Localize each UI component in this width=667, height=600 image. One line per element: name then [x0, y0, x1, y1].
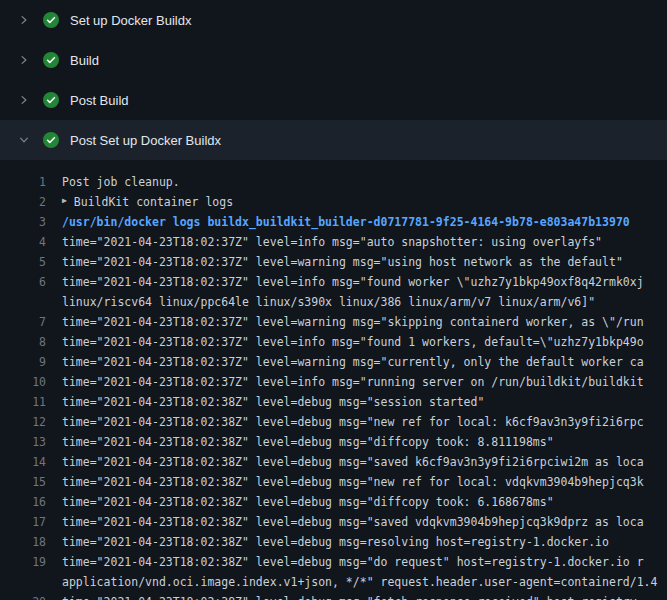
line-number-link[interactable]: 2 — [0, 192, 46, 212]
log-line: 19 time="2021-04-23T18:02:38Z" level=deb… — [0, 552, 667, 572]
line-number-link[interactable]: 15 — [0, 472, 46, 492]
check-circle-icon — [43, 52, 59, 68]
log-line: 8 time="2021-04-23T18:02:37Z" level=info… — [0, 332, 667, 352]
line-number-link[interactable]: 14 — [0, 452, 46, 472]
log-line-text: time="2021-04-23T18:02:37Z" level=info m… — [62, 332, 644, 352]
line-number-link — [0, 572, 46, 592]
chevron-right-icon — [16, 12, 32, 28]
line-number-link[interactable]: 7 — [0, 312, 46, 332]
log-group-title[interactable]: BuildKit container logs — [74, 192, 233, 212]
line-number-link[interactable]: 5 — [0, 252, 46, 272]
log-line-text: time="2021-04-23T18:02:38Z" level=debug … — [62, 432, 554, 452]
log-line-text: time="2021-04-23T18:02:37Z" level=info m… — [62, 372, 644, 392]
line-number-link[interactable]: 4 — [0, 232, 46, 252]
log-line-text: application/vnd.oci.image.index.v1+json,… — [62, 572, 657, 592]
log-line-text: time="2021-04-23T18:02:38Z" level=debug … — [62, 412, 644, 432]
log-line: 3 /usr/bin/docker logs buildx_buildkit_b… — [0, 212, 667, 232]
log-line: 14 time="2021-04-23T18:02:38Z" level=deb… — [0, 452, 667, 472]
log-line-text: time="2021-04-23T18:02:38Z" level=debug … — [62, 392, 484, 412]
log-line-text: time="2021-04-23T18:02:38Z" level=debug … — [62, 592, 644, 600]
log-line-text: Post job cleanup. — [62, 172, 180, 192]
log-line: 5 time="2021-04-23T18:02:37Z" level=warn… — [0, 252, 667, 272]
log-line-wrap: linux/riscv64 linux/ppc64le linux/s390x … — [0, 292, 667, 312]
log-line: 10 time="2021-04-23T18:02:37Z" level=inf… — [0, 372, 667, 392]
log-line: 20 time="2021-04-23T18:02:38Z" level=deb… — [0, 592, 667, 600]
step-title: Set up Docker Buildx — [70, 13, 191, 28]
log-line-text: time="2021-04-23T18:02:38Z" level=debug … — [62, 492, 554, 512]
log-line-text: time="2021-04-23T18:02:38Z" level=debug … — [62, 532, 609, 552]
line-number-link[interactable]: 3 — [0, 212, 46, 232]
line-number-link — [0, 292, 46, 312]
log-line-text: time="2021-04-23T18:02:37Z" level=warnin… — [62, 252, 623, 272]
command-text[interactable]: /usr/bin/docker logs buildx_buildkit_bui… — [62, 212, 630, 232]
log-line-text: time="2021-04-23T18:02:37Z" level=info m… — [62, 232, 602, 252]
line-number-link[interactable]: 11 — [0, 392, 46, 412]
log-line: 12 time="2021-04-23T18:02:38Z" level=deb… — [0, 412, 667, 432]
log-line-text: time="2021-04-23T18:02:37Z" level=warnin… — [62, 352, 644, 372]
log-line-text: time="2021-04-23T18:02:38Z" level=debug … — [62, 512, 644, 532]
line-number-link[interactable]: 12 — [0, 412, 46, 432]
log-line: 16 time="2021-04-23T18:02:38Z" level=deb… — [0, 492, 667, 512]
line-number-link[interactable]: 17 — [0, 512, 46, 532]
log-group-line[interactable]: 2 ▶ BuildKit container logs — [0, 192, 667, 212]
step-row-set-up-docker-buildx[interactable]: Set up Docker Buildx — [0, 0, 667, 40]
step-row-build[interactable]: Build — [0, 40, 667, 80]
line-number-link[interactable]: 13 — [0, 432, 46, 452]
log-line-text: time="2021-04-23T18:02:37Z" level=info m… — [62, 272, 644, 292]
line-number-link[interactable]: 16 — [0, 492, 46, 512]
group-expand-icon[interactable]: ▶ — [62, 191, 67, 211]
log-line: 7 time="2021-04-23T18:02:37Z" level=warn… — [0, 312, 667, 332]
log-line: 4 time="2021-04-23T18:02:37Z" level=info… — [0, 232, 667, 252]
log-panel: 1 Post job cleanup. 2 ▶ BuildKit contain… — [0, 160, 667, 600]
check-circle-icon — [43, 92, 59, 108]
line-number-link[interactable]: 6 — [0, 272, 46, 292]
line-number-link[interactable]: 19 — [0, 552, 46, 572]
line-number-link[interactable]: 20 — [0, 592, 46, 600]
log-line-text: time="2021-04-23T18:02:38Z" level=debug … — [62, 472, 644, 492]
log-line-text: time="2021-04-23T18:02:38Z" level=debug … — [62, 452, 644, 472]
chevron-right-icon — [16, 52, 32, 68]
log-line-text: time="2021-04-23T18:02:38Z" level=debug … — [62, 552, 644, 572]
log-line: 1 Post job cleanup. — [0, 172, 667, 192]
log-line: 6 time="2021-04-23T18:02:37Z" level=info… — [0, 272, 667, 292]
check-circle-icon — [43, 132, 59, 148]
log-line: 18 time="2021-04-23T18:02:38Z" level=deb… — [0, 532, 667, 552]
check-circle-icon — [43, 12, 59, 28]
step-title: Post Build — [70, 93, 129, 108]
line-number-link[interactable]: 8 — [0, 332, 46, 352]
log-line-text: time="2021-04-23T18:02:37Z" level=warnin… — [62, 312, 644, 332]
step-title: Post Set up Docker Buildx — [70, 133, 221, 148]
chevron-down-icon — [16, 132, 32, 148]
log-line: 11 time="2021-04-23T18:02:38Z" level=deb… — [0, 392, 667, 412]
step-row-post-build[interactable]: Post Build — [0, 80, 667, 120]
line-number-link[interactable]: 10 — [0, 372, 46, 392]
line-number-link[interactable]: 1 — [0, 172, 46, 192]
step-title: Build — [70, 53, 99, 68]
line-number-link[interactable]: 18 — [0, 532, 46, 552]
log-line: 15 time="2021-04-23T18:02:38Z" level=deb… — [0, 472, 667, 492]
chevron-right-icon — [16, 92, 32, 108]
log-line-wrap: application/vnd.oci.image.index.v1+json,… — [0, 572, 667, 592]
line-number-link[interactable]: 9 — [0, 352, 46, 372]
steps-panel: Set up Docker Buildx Build Post Build Po… — [0, 0, 667, 160]
log-line: 9 time="2021-04-23T18:02:37Z" level=warn… — [0, 352, 667, 372]
step-row-post-set-up-docker-buildx[interactable]: Post Set up Docker Buildx — [0, 120, 667, 160]
log-line: 17 time="2021-04-23T18:02:38Z" level=deb… — [0, 512, 667, 532]
log-line: 13 time="2021-04-23T18:02:38Z" level=deb… — [0, 432, 667, 452]
log-line-text: linux/riscv64 linux/ppc64le linux/s390x … — [62, 292, 595, 312]
